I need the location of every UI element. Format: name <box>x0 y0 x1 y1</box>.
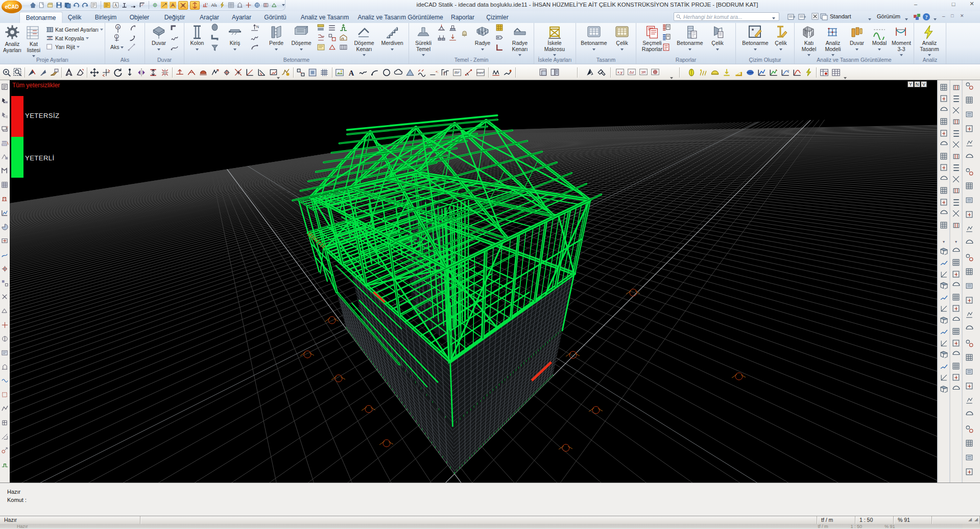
svg-text:A: A <box>349 69 354 77</box>
svg-text:1: 1 <box>115 35 117 38</box>
svg-text:3R: 3R <box>641 70 646 75</box>
svg-text:?: ? <box>925 14 928 20</box>
svg-text:N: N <box>256 25 259 29</box>
svg-text:A: A <box>116 25 119 30</box>
svg-text:mm²: mm² <box>477 70 485 75</box>
svg-text:?: ? <box>443 72 445 76</box>
svg-text:A/s: A/s <box>211 3 217 8</box>
svg-text:x,y: x,y <box>617 70 623 75</box>
svg-text:Δz: Δz <box>629 70 634 75</box>
svg-text:?: ? <box>787 69 789 73</box>
svg-text:+2: +2 <box>435 69 438 74</box>
svg-text:m²: m² <box>455 70 460 75</box>
svg-text:A: A <box>114 3 117 8</box>
svg-text:eCAD: eCAD <box>5 4 18 10</box>
